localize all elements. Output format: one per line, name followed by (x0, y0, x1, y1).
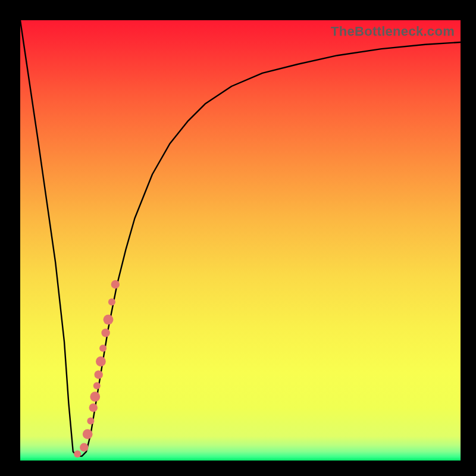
data-point (90, 392, 100, 402)
data-point (95, 371, 103, 379)
data-point (87, 417, 94, 424)
plot-area: TheBottleneck.com (20, 20, 461, 461)
data-point (108, 299, 115, 306)
data-point (93, 382, 101, 389)
bottleneck-curve (20, 20, 461, 456)
data-point (104, 315, 114, 325)
data-point (111, 280, 120, 289)
data-point (101, 328, 109, 337)
chart-overlay (20, 20, 461, 461)
chart-frame: TheBottleneck.com (0, 0, 476, 476)
data-point (83, 429, 93, 439)
data-point (80, 443, 88, 452)
data-point (96, 356, 106, 367)
data-point (89, 403, 98, 412)
data-point (99, 345, 107, 352)
data-point (74, 450, 81, 458)
